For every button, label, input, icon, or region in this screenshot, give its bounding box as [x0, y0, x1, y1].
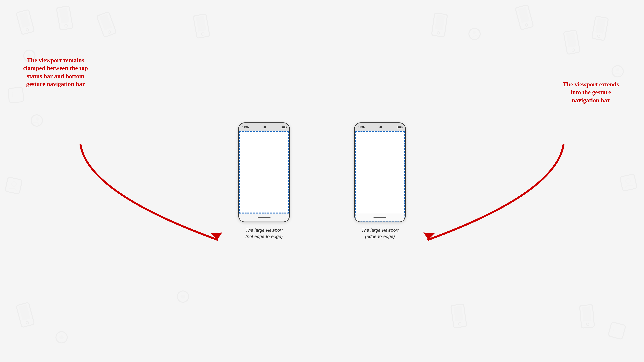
gesture-indicator-left — [258, 217, 270, 218]
battery-left — [281, 126, 286, 128]
battery-fill-right — [398, 126, 401, 128]
phone-wrapper-right: 11:45 — [354, 122, 406, 222]
status-time-left: 11:45 — [242, 126, 249, 129]
camera-dot-left — [264, 126, 266, 128]
gesture-indicator-right — [374, 217, 386, 218]
phone-wrapper-left: 11:45 — [238, 122, 290, 222]
caption-right: The large viewport (edge-to-edge) — [362, 227, 398, 240]
status-bar-right: 11:45 — [355, 123, 405, 131]
main-content: 11:45 The large viewport — [0, 0, 644, 362]
phone-body-left — [239, 123, 289, 222]
status-bar-left: 11:45 — [239, 123, 289, 131]
caption-left: The large viewport (not edge-to-edge) — [245, 227, 283, 240]
phone-group-right: 11:45 The large viewport — [354, 122, 406, 240]
phone-mockup-left: 11:45 — [238, 122, 290, 222]
phone-mockup-right: 11:45 — [354, 122, 406, 222]
nav-bar-left — [239, 214, 289, 222]
nav-bar-right — [355, 214, 405, 222]
battery-right — [397, 126, 402, 128]
viewport-edge — [355, 131, 405, 222]
camera-dot-right — [380, 126, 382, 128]
battery-fill-left — [282, 126, 285, 128]
viewport-clamped — [239, 131, 289, 214]
phone-body-right — [355, 123, 405, 222]
status-time-right: 11:45 — [358, 126, 365, 129]
phone-group-left: 11:45 The large viewport — [238, 122, 290, 240]
